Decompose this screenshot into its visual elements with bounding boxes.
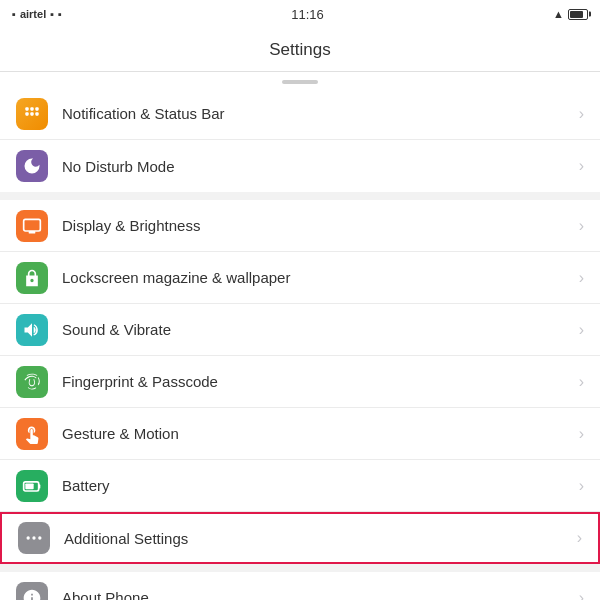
svg-point-12	[32, 536, 35, 539]
gesture-icon	[16, 418, 48, 450]
notification-status-bar-label: Notification & Status Bar	[62, 105, 579, 122]
svg-rect-5	[35, 112, 38, 115]
lockscreen-label: Lockscreen magazine & wallpaper	[62, 269, 579, 286]
lockscreen-icon	[16, 262, 48, 294]
about-phone-icon	[16, 582, 48, 601]
no-disturb-label: No Disturb Mode	[62, 158, 579, 175]
page-title-bar: Settings	[0, 28, 600, 72]
chevron-icon: ›	[579, 217, 584, 235]
sidebar-item-display-brightness[interactable]: Display & Brightness ›	[0, 200, 600, 252]
moon-svg	[22, 156, 42, 176]
svg-rect-4	[35, 107, 38, 110]
about-phone-label: About Phone	[62, 589, 579, 600]
info-svg	[22, 588, 42, 601]
page-title: Settings	[269, 40, 330, 60]
signal-icon: ▪	[12, 8, 16, 20]
gesture-svg	[22, 424, 42, 444]
fingerprint-passcode-label: Fingerprint & Passcode	[62, 373, 579, 390]
notification-icon	[16, 98, 48, 130]
svg-rect-6	[24, 219, 41, 231]
chevron-icon: ›	[579, 477, 584, 495]
fingerprint-svg	[22, 372, 42, 392]
svg-rect-3	[30, 112, 33, 115]
chevron-icon: ›	[579, 425, 584, 443]
svg-rect-0	[25, 107, 28, 110]
svg-rect-7	[29, 231, 36, 234]
display-brightness-label: Display & Brightness	[62, 217, 579, 234]
sound-svg	[22, 320, 42, 340]
chevron-icon: ›	[577, 529, 582, 547]
sidebar-item-additional-settings[interactable]: Additional Settings ›	[0, 512, 600, 564]
section-display: Display & Brightness › Lockscreen magazi…	[0, 200, 600, 564]
lockscreen-svg	[22, 268, 42, 288]
svg-rect-9	[39, 484, 41, 488]
carrier-signal: ▪ airtel ▪ ▪	[12, 8, 62, 20]
sidebar-item-lockscreen[interactable]: Lockscreen magazine & wallpaper ›	[0, 252, 600, 304]
sidebar-item-gesture[interactable]: Gesture & Motion ›	[0, 408, 600, 460]
wifi-icon: ▪	[58, 8, 62, 20]
additional-settings-icon	[18, 522, 50, 554]
svg-point-11	[27, 536, 30, 539]
fingerprint-icon	[16, 366, 48, 398]
signal-strength-icon: ▲	[553, 8, 564, 20]
gesture-motion-label: Gesture & Motion	[62, 425, 579, 442]
battery-svg	[22, 476, 42, 496]
data-icon: ▪	[50, 8, 54, 20]
section-divider-1	[0, 192, 600, 200]
no-disturb-icon	[16, 150, 48, 182]
chevron-icon: ›	[579, 321, 584, 339]
display-svg	[22, 216, 42, 236]
svg-point-13	[38, 536, 41, 539]
svg-rect-10	[25, 483, 33, 489]
notification-svg	[22, 104, 42, 124]
settings-list: Notification & Status Bar › No Disturb M…	[0, 72, 600, 600]
battery-label: Battery	[62, 477, 579, 494]
display-icon	[16, 210, 48, 242]
additional-settings-label: Additional Settings	[64, 530, 577, 547]
dots-svg	[24, 528, 44, 548]
section-divider-2	[0, 564, 600, 572]
chevron-icon: ›	[579, 589, 584, 601]
carrier-name: airtel	[20, 8, 46, 20]
section-notifications: Notification & Status Bar › No Disturb M…	[0, 88, 600, 192]
battery-container	[568, 9, 588, 20]
clock: 11:16	[291, 7, 324, 22]
svg-rect-1	[30, 107, 33, 110]
scroll-handle	[0, 72, 600, 88]
sound-vibrate-label: Sound & Vibrate	[62, 321, 579, 338]
battery-icon-wrap	[16, 470, 48, 502]
sidebar-item-fingerprint[interactable]: Fingerprint & Passcode ›	[0, 356, 600, 408]
chevron-icon: ›	[579, 269, 584, 287]
sound-icon	[16, 314, 48, 346]
status-bar: ▪ airtel ▪ ▪ 11:16 ▲	[0, 0, 600, 28]
sidebar-item-no-disturb[interactable]: No Disturb Mode ›	[0, 140, 600, 192]
sidebar-item-notification-status-bar[interactable]: Notification & Status Bar ›	[0, 88, 600, 140]
sidebar-item-sound-vibrate[interactable]: Sound & Vibrate ›	[0, 304, 600, 356]
status-icons: ▲	[553, 8, 588, 20]
chevron-icon: ›	[579, 373, 584, 391]
sidebar-item-battery[interactable]: Battery ›	[0, 460, 600, 512]
chevron-icon: ›	[579, 157, 584, 175]
section-about: About Phone › System Updates ›	[0, 572, 600, 600]
svg-rect-2	[25, 112, 28, 115]
sidebar-item-about-phone[interactable]: About Phone ›	[0, 572, 600, 600]
chevron-icon: ›	[579, 105, 584, 123]
